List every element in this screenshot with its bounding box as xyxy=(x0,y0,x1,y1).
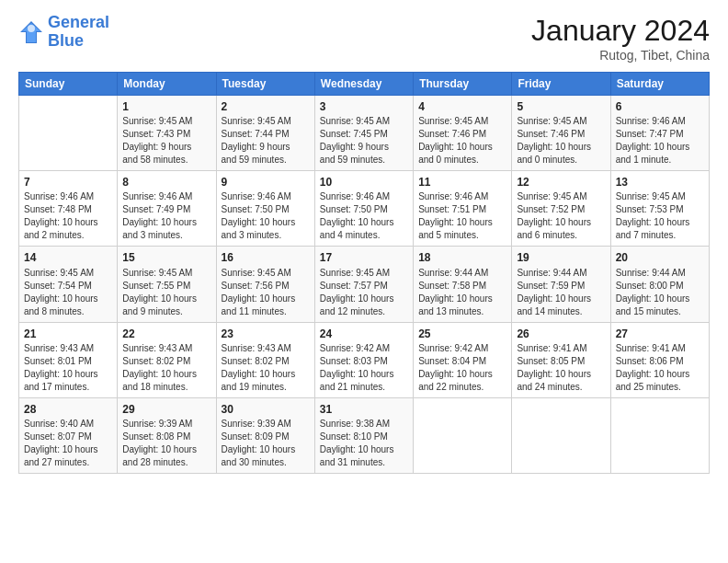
cell-date: 31 xyxy=(320,402,408,417)
cell-info: Sunrise: 9:44 AM Sunset: 8:00 PM Dayligh… xyxy=(616,267,704,318)
header-day: Saturday xyxy=(610,73,709,96)
calendar-cell: 15Sunrise: 9:45 AM Sunset: 7:55 PM Dayli… xyxy=(118,247,216,322)
cell-info: Sunrise: 9:45 AM Sunset: 7:56 PM Dayligh… xyxy=(222,267,310,318)
cell-date: 19 xyxy=(517,250,605,265)
calendar-cell xyxy=(610,397,709,473)
cell-info: Sunrise: 9:38 AM Sunset: 8:10 PM Dayligh… xyxy=(320,418,408,469)
cell-date: 22 xyxy=(122,327,210,341)
calendar-cell: 22Sunrise: 9:43 AM Sunset: 8:02 PM Dayli… xyxy=(118,322,216,397)
header-day: Thursday xyxy=(414,73,512,96)
cell-info: Sunrise: 9:44 AM Sunset: 7:58 PM Dayligh… xyxy=(418,267,506,318)
cell-date: 21 xyxy=(24,327,112,341)
calendar-cell: 11Sunrise: 9:46 AM Sunset: 7:51 PM Dayli… xyxy=(414,171,512,247)
cell-date: 18 xyxy=(418,250,506,265)
cell-date: 8 xyxy=(122,175,210,190)
main-title: January 2024 xyxy=(531,14,710,48)
cell-info: Sunrise: 9:45 AM Sunset: 7:55 PM Dayligh… xyxy=(122,267,210,318)
cell-date: 12 xyxy=(517,175,605,190)
calendar-cell: 14Sunrise: 9:45 AM Sunset: 7:54 PM Dayli… xyxy=(19,247,118,322)
calendar-cell: 12Sunrise: 9:45 AM Sunset: 7:52 PM Dayli… xyxy=(512,171,610,247)
cell-info: Sunrise: 9:43 AM Sunset: 8:02 PM Dayligh… xyxy=(222,342,310,394)
cell-date: 5 xyxy=(517,99,605,114)
cell-info: Sunrise: 9:45 AM Sunset: 7:46 PM Dayligh… xyxy=(418,115,506,167)
cell-date: 24 xyxy=(320,327,408,341)
calendar-cell: 23Sunrise: 9:43 AM Sunset: 8:02 PM Dayli… xyxy=(216,322,314,397)
logo-icon xyxy=(18,19,44,45)
calendar-cell: 19Sunrise: 9:44 AM Sunset: 7:59 PM Dayli… xyxy=(512,247,610,322)
svg-rect-3 xyxy=(28,25,35,32)
calendar-cell: 4Sunrise: 9:45 AM Sunset: 7:46 PM Daylig… xyxy=(414,96,512,171)
cell-info: Sunrise: 9:45 AM Sunset: 7:46 PM Dayligh… xyxy=(517,115,605,167)
cell-date: 23 xyxy=(222,327,310,341)
calendar-cell: 2Sunrise: 9:45 AM Sunset: 7:44 PM Daylig… xyxy=(216,96,314,171)
calendar-cell: 13Sunrise: 9:45 AM Sunset: 7:53 PM Dayli… xyxy=(610,171,709,247)
cell-info: Sunrise: 9:45 AM Sunset: 7:52 PM Dayligh… xyxy=(517,190,605,242)
cell-date: 25 xyxy=(418,327,506,341)
cell-info: Sunrise: 9:46 AM Sunset: 7:51 PM Dayligh… xyxy=(418,190,506,242)
cell-date: 2 xyxy=(222,99,310,114)
cell-date: 28 xyxy=(24,402,112,417)
cell-info: Sunrise: 9:46 AM Sunset: 7:50 PM Dayligh… xyxy=(320,190,408,242)
cell-date: 9 xyxy=(222,175,310,190)
calendar-cell: 3Sunrise: 9:45 AM Sunset: 7:45 PM Daylig… xyxy=(314,96,413,171)
header-day: Wednesday xyxy=(314,73,413,96)
cell-info: Sunrise: 9:45 AM Sunset: 7:45 PM Dayligh… xyxy=(320,115,408,167)
calendar-body: 1Sunrise: 9:45 AM Sunset: 7:43 PM Daylig… xyxy=(19,96,710,474)
calendar-cell: 21Sunrise: 9:43 AM Sunset: 8:01 PM Dayli… xyxy=(19,322,118,397)
cell-date: 11 xyxy=(418,175,506,190)
cell-info: Sunrise: 9:46 AM Sunset: 7:47 PM Dayligh… xyxy=(616,115,704,167)
cell-info: Sunrise: 9:46 AM Sunset: 7:50 PM Dayligh… xyxy=(222,190,310,242)
cell-date: 27 xyxy=(616,327,704,341)
calendar-cell: 20Sunrise: 9:44 AM Sunset: 8:00 PM Dayli… xyxy=(610,247,709,322)
calendar-cell: 10Sunrise: 9:46 AM Sunset: 7:50 PM Dayli… xyxy=(314,171,413,247)
calendar-table: SundayMondayTuesdayWednesdayThursdayFrid… xyxy=(18,72,710,474)
cell-date: 13 xyxy=(616,175,704,190)
cell-info: Sunrise: 9:46 AM Sunset: 7:48 PM Dayligh… xyxy=(24,190,112,242)
calendar-header: SundayMondayTuesdayWednesdayThursdayFrid… xyxy=(19,73,710,96)
cell-info: Sunrise: 9:45 AM Sunset: 7:57 PM Dayligh… xyxy=(320,267,408,318)
calendar-cell: 7Sunrise: 9:46 AM Sunset: 7:48 PM Daylig… xyxy=(19,171,118,247)
calendar-cell: 5Sunrise: 9:45 AM Sunset: 7:46 PM Daylig… xyxy=(512,96,610,171)
header-day: Tuesday xyxy=(216,73,314,96)
header-day: Friday xyxy=(512,73,610,96)
calendar-cell xyxy=(19,96,118,171)
logo-text: General Blue xyxy=(48,14,109,51)
calendar-cell: 25Sunrise: 9:42 AM Sunset: 8:04 PM Dayli… xyxy=(414,322,512,397)
cell-info: Sunrise: 9:45 AM Sunset: 7:53 PM Dayligh… xyxy=(616,190,704,242)
calendar-cell: 26Sunrise: 9:41 AM Sunset: 8:05 PM Dayli… xyxy=(512,322,610,397)
calendar-week-row: 1Sunrise: 9:45 AM Sunset: 7:43 PM Daylig… xyxy=(19,96,710,171)
cell-date: 14 xyxy=(24,250,112,265)
cell-date: 16 xyxy=(222,250,310,265)
cell-info: Sunrise: 9:45 AM Sunset: 7:43 PM Dayligh… xyxy=(122,115,210,167)
calendar-cell: 27Sunrise: 9:41 AM Sunset: 8:06 PM Dayli… xyxy=(610,322,709,397)
cell-info: Sunrise: 9:40 AM Sunset: 8:07 PM Dayligh… xyxy=(24,418,112,469)
calendar-cell: 30Sunrise: 9:39 AM Sunset: 8:09 PM Dayli… xyxy=(216,397,314,473)
calendar-cell: 9Sunrise: 9:46 AM Sunset: 7:50 PM Daylig… xyxy=(216,171,314,247)
calendar-cell: 18Sunrise: 9:44 AM Sunset: 7:58 PM Dayli… xyxy=(414,247,512,322)
calendar-cell: 16Sunrise: 9:45 AM Sunset: 7:56 PM Dayli… xyxy=(216,247,314,322)
cell-info: Sunrise: 9:43 AM Sunset: 8:02 PM Dayligh… xyxy=(122,342,210,394)
cell-date: 10 xyxy=(320,175,408,190)
calendar-week-row: 14Sunrise: 9:45 AM Sunset: 7:54 PM Dayli… xyxy=(19,247,710,322)
cell-date: 20 xyxy=(616,250,704,265)
calendar-cell: 6Sunrise: 9:46 AM Sunset: 7:47 PM Daylig… xyxy=(610,96,709,171)
cell-info: Sunrise: 9:45 AM Sunset: 7:44 PM Dayligh… xyxy=(222,115,310,167)
cell-date: 1 xyxy=(122,99,210,114)
title-block: January 2024 Rutog, Tibet, China xyxy=(531,14,710,63)
calendar-cell: 17Sunrise: 9:45 AM Sunset: 7:57 PM Dayli… xyxy=(314,247,413,322)
cell-date: 4 xyxy=(418,99,506,114)
calendar-week-row: 7Sunrise: 9:46 AM Sunset: 7:48 PM Daylig… xyxy=(19,171,710,247)
cell-date: 17 xyxy=(320,250,408,265)
cell-info: Sunrise: 9:41 AM Sunset: 8:06 PM Dayligh… xyxy=(616,342,704,394)
header-row: SundayMondayTuesdayWednesdayThursdayFrid… xyxy=(19,73,710,96)
page: General Blue January 2024 Rutog, Tibet, … xyxy=(0,0,728,563)
calendar-cell xyxy=(414,397,512,473)
cell-info: Sunrise: 9:41 AM Sunset: 8:05 PM Dayligh… xyxy=(517,342,605,394)
cell-info: Sunrise: 9:39 AM Sunset: 8:09 PM Dayligh… xyxy=(222,418,310,469)
cell-info: Sunrise: 9:44 AM Sunset: 7:59 PM Dayligh… xyxy=(517,267,605,318)
calendar-cell: 28Sunrise: 9:40 AM Sunset: 8:07 PM Dayli… xyxy=(19,397,118,473)
header: General Blue January 2024 Rutog, Tibet, … xyxy=(18,14,710,63)
cell-date: 26 xyxy=(517,327,605,341)
header-day: Monday xyxy=(118,73,216,96)
cell-info: Sunrise: 9:42 AM Sunset: 8:04 PM Dayligh… xyxy=(418,342,506,394)
